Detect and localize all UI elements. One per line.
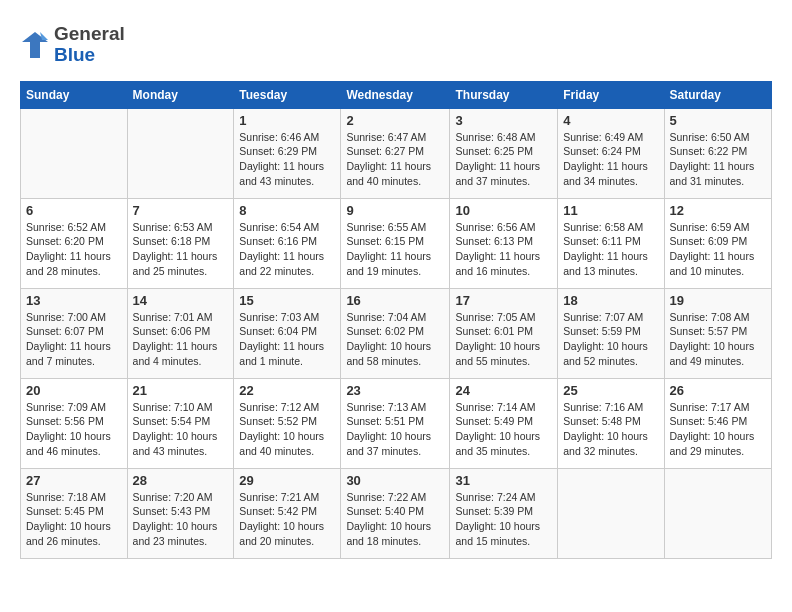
day-number: 12 [670, 203, 767, 218]
day-number: 4 [563, 113, 658, 128]
calendar-cell: 16Sunrise: 7:04 AMSunset: 6:02 PMDayligh… [341, 288, 450, 378]
day-info: Sunrise: 7:09 AMSunset: 5:56 PMDaylight:… [26, 400, 122, 459]
weekday-header-cell: Sunday [21, 81, 128, 108]
day-info: Sunrise: 7:22 AMSunset: 5:40 PMDaylight:… [346, 490, 444, 549]
day-info: Sunrise: 6:58 AMSunset: 6:11 PMDaylight:… [563, 220, 658, 279]
day-number: 1 [239, 113, 335, 128]
calendar-week-row: 13Sunrise: 7:00 AMSunset: 6:07 PMDayligh… [21, 288, 772, 378]
day-number: 5 [670, 113, 767, 128]
calendar-week-row: 1Sunrise: 6:46 AMSunset: 6:29 PMDaylight… [21, 108, 772, 198]
day-info: Sunrise: 7:07 AMSunset: 5:59 PMDaylight:… [563, 310, 658, 369]
calendar-cell: 26Sunrise: 7:17 AMSunset: 5:46 PMDayligh… [664, 378, 772, 468]
calendar-cell: 10Sunrise: 6:56 AMSunset: 6:13 PMDayligh… [450, 198, 558, 288]
calendar-cell: 30Sunrise: 7:22 AMSunset: 5:40 PMDayligh… [341, 468, 450, 558]
day-number: 10 [455, 203, 552, 218]
calendar-cell: 7Sunrise: 6:53 AMSunset: 6:18 PMDaylight… [127, 198, 234, 288]
day-number: 25 [563, 383, 658, 398]
calendar-cell: 22Sunrise: 7:12 AMSunset: 5:52 PMDayligh… [234, 378, 341, 468]
day-number: 9 [346, 203, 444, 218]
day-info: Sunrise: 7:21 AMSunset: 5:42 PMDaylight:… [239, 490, 335, 549]
day-info: Sunrise: 7:24 AMSunset: 5:39 PMDaylight:… [455, 490, 552, 549]
day-info: Sunrise: 6:52 AMSunset: 6:20 PMDaylight:… [26, 220, 122, 279]
calendar-cell: 28Sunrise: 7:20 AMSunset: 5:43 PMDayligh… [127, 468, 234, 558]
calendar-table: SundayMondayTuesdayWednesdayThursdayFrid… [20, 81, 772, 559]
calendar-cell: 8Sunrise: 6:54 AMSunset: 6:16 PMDaylight… [234, 198, 341, 288]
calendar-cell: 17Sunrise: 7:05 AMSunset: 6:01 PMDayligh… [450, 288, 558, 378]
day-number: 7 [133, 203, 229, 218]
day-info: Sunrise: 6:53 AMSunset: 6:18 PMDaylight:… [133, 220, 229, 279]
day-number: 29 [239, 473, 335, 488]
day-number: 8 [239, 203, 335, 218]
day-info: Sunrise: 7:10 AMSunset: 5:54 PMDaylight:… [133, 400, 229, 459]
calendar-cell: 11Sunrise: 6:58 AMSunset: 6:11 PMDayligh… [558, 198, 664, 288]
day-number: 26 [670, 383, 767, 398]
calendar-cell: 15Sunrise: 7:03 AMSunset: 6:04 PMDayligh… [234, 288, 341, 378]
day-info: Sunrise: 6:48 AMSunset: 6:25 PMDaylight:… [455, 130, 552, 189]
calendar-cell: 31Sunrise: 7:24 AMSunset: 5:39 PMDayligh… [450, 468, 558, 558]
day-number: 6 [26, 203, 122, 218]
day-number: 23 [346, 383, 444, 398]
calendar-cell [664, 468, 772, 558]
calendar-week-row: 6Sunrise: 6:52 AMSunset: 6:20 PMDaylight… [21, 198, 772, 288]
calendar-cell: 18Sunrise: 7:07 AMSunset: 5:59 PMDayligh… [558, 288, 664, 378]
calendar-cell: 4Sunrise: 6:49 AMSunset: 6:24 PMDaylight… [558, 108, 664, 198]
day-number: 27 [26, 473, 122, 488]
calendar-body: 1Sunrise: 6:46 AMSunset: 6:29 PMDaylight… [21, 108, 772, 558]
day-number: 22 [239, 383, 335, 398]
day-info: Sunrise: 7:04 AMSunset: 6:02 PMDaylight:… [346, 310, 444, 369]
calendar-cell: 3Sunrise: 6:48 AMSunset: 6:25 PMDaylight… [450, 108, 558, 198]
day-info: Sunrise: 7:12 AMSunset: 5:52 PMDaylight:… [239, 400, 335, 459]
calendar-cell: 1Sunrise: 6:46 AMSunset: 6:29 PMDaylight… [234, 108, 341, 198]
day-number: 31 [455, 473, 552, 488]
day-number: 19 [670, 293, 767, 308]
day-info: Sunrise: 7:00 AMSunset: 6:07 PMDaylight:… [26, 310, 122, 369]
day-info: Sunrise: 7:16 AMSunset: 5:48 PMDaylight:… [563, 400, 658, 459]
weekday-header-cell: Tuesday [234, 81, 341, 108]
weekday-header-cell: Friday [558, 81, 664, 108]
day-info: Sunrise: 6:47 AMSunset: 6:27 PMDaylight:… [346, 130, 444, 189]
day-info: Sunrise: 7:05 AMSunset: 6:01 PMDaylight:… [455, 310, 552, 369]
calendar-week-row: 20Sunrise: 7:09 AMSunset: 5:56 PMDayligh… [21, 378, 772, 468]
calendar-cell: 27Sunrise: 7:18 AMSunset: 5:45 PMDayligh… [21, 468, 128, 558]
calendar-cell: 5Sunrise: 6:50 AMSunset: 6:22 PMDaylight… [664, 108, 772, 198]
day-info: Sunrise: 6:50 AMSunset: 6:22 PMDaylight:… [670, 130, 767, 189]
day-info: Sunrise: 7:20 AMSunset: 5:43 PMDaylight:… [133, 490, 229, 549]
weekday-header-cell: Saturday [664, 81, 772, 108]
calendar-cell [127, 108, 234, 198]
calendar-cell: 6Sunrise: 6:52 AMSunset: 6:20 PMDaylight… [21, 198, 128, 288]
day-number: 14 [133, 293, 229, 308]
day-number: 28 [133, 473, 229, 488]
calendar-cell: 23Sunrise: 7:13 AMSunset: 5:51 PMDayligh… [341, 378, 450, 468]
logo: General Blue [20, 20, 125, 66]
day-number: 16 [346, 293, 444, 308]
day-info: Sunrise: 7:03 AMSunset: 6:04 PMDaylight:… [239, 310, 335, 369]
day-info: Sunrise: 6:49 AMSunset: 6:24 PMDaylight:… [563, 130, 658, 189]
day-info: Sunrise: 7:14 AMSunset: 5:49 PMDaylight:… [455, 400, 552, 459]
calendar-cell: 20Sunrise: 7:09 AMSunset: 5:56 PMDayligh… [21, 378, 128, 468]
calendar-cell: 12Sunrise: 6:59 AMSunset: 6:09 PMDayligh… [664, 198, 772, 288]
logo-bird-icon [20, 30, 50, 60]
page-header: General Blue [20, 20, 772, 66]
calendar-cell: 19Sunrise: 7:08 AMSunset: 5:57 PMDayligh… [664, 288, 772, 378]
calendar-cell: 21Sunrise: 7:10 AMSunset: 5:54 PMDayligh… [127, 378, 234, 468]
day-number: 15 [239, 293, 335, 308]
calendar-cell: 9Sunrise: 6:55 AMSunset: 6:15 PMDaylight… [341, 198, 450, 288]
day-number: 24 [455, 383, 552, 398]
calendar-cell: 25Sunrise: 7:16 AMSunset: 5:48 PMDayligh… [558, 378, 664, 468]
day-info: Sunrise: 6:54 AMSunset: 6:16 PMDaylight:… [239, 220, 335, 279]
calendar-cell [558, 468, 664, 558]
weekday-header-row: SundayMondayTuesdayWednesdayThursdayFrid… [21, 81, 772, 108]
calendar-cell: 29Sunrise: 7:21 AMSunset: 5:42 PMDayligh… [234, 468, 341, 558]
day-info: Sunrise: 6:46 AMSunset: 6:29 PMDaylight:… [239, 130, 335, 189]
day-number: 17 [455, 293, 552, 308]
day-number: 20 [26, 383, 122, 398]
day-number: 2 [346, 113, 444, 128]
weekday-header-cell: Wednesday [341, 81, 450, 108]
day-number: 11 [563, 203, 658, 218]
calendar-cell: 2Sunrise: 6:47 AMSunset: 6:27 PMDaylight… [341, 108, 450, 198]
day-number: 13 [26, 293, 122, 308]
day-info: Sunrise: 6:59 AMSunset: 6:09 PMDaylight:… [670, 220, 767, 279]
day-info: Sunrise: 7:13 AMSunset: 5:51 PMDaylight:… [346, 400, 444, 459]
day-info: Sunrise: 7:01 AMSunset: 6:06 PMDaylight:… [133, 310, 229, 369]
day-number: 3 [455, 113, 552, 128]
